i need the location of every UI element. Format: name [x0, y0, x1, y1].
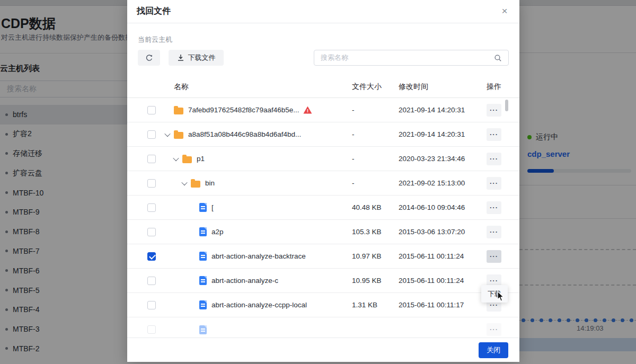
chevron-down-icon[interactable] — [181, 181, 191, 185]
file-mtime: 2015-06-11 00:11:24 — [396, 252, 482, 260]
row-checkbox[interactable] — [147, 301, 156, 309]
row-context-menu: 下载 — [481, 285, 508, 303]
tree-cell: [ — [164, 203, 344, 212]
search-icon[interactable] — [494, 54, 502, 62]
row-more-button[interactable]: ··· — [487, 323, 501, 336]
row-checkbox[interactable] — [147, 130, 156, 139]
file-size: - — [344, 179, 396, 187]
row-more-button[interactable]: ··· — [487, 226, 501, 238]
file-size: - — [344, 106, 396, 114]
tree-cell: abrt-action-analyze-c — [164, 276, 344, 285]
file-mtime: 2014-06-10 09:04:46 — [396, 203, 482, 211]
row-checkbox[interactable] — [147, 252, 156, 261]
file-icon — [199, 203, 207, 212]
row-more-button[interactable]: ··· — [487, 104, 501, 117]
file-size: 40.48 KB — [344, 203, 396, 211]
table-header: 名称 文件大小 修改时间 操作 — [127, 76, 519, 97]
file-mtime: 2021-09-14 14:20:31 — [396, 106, 482, 114]
folder-icon — [191, 181, 200, 188]
download-icon — [177, 54, 184, 61]
file-name: p1 — [197, 155, 205, 163]
file-mtime: 2020-03-23 21:34:46 — [396, 155, 482, 163]
toolbar: 下载文件 搜索名称 — [138, 50, 509, 66]
tree-cell — [164, 325, 344, 334]
modal-header: 找回文件 × — [127, 0, 519, 23]
file-name: bin — [205, 179, 215, 187]
row-more-button[interactable]: ··· — [487, 177, 501, 190]
column-header-size: 文件大小 — [344, 82, 396, 92]
file-name: a2p — [211, 228, 224, 236]
row-more-button[interactable]: ··· — [487, 128, 501, 141]
file-size: 10.95 KB — [344, 277, 396, 285]
file-size: 1.31 KB — [344, 301, 396, 309]
modal-footer: 关闭 — [127, 338, 519, 362]
file-name: [ — [211, 203, 214, 211]
file-mtime: 2015-03-06 13:07:20 — [396, 228, 482, 236]
tree-cell: a2p — [164, 227, 344, 236]
file-name: abrt-action-analyze-ccpp-local — [211, 301, 307, 309]
close-button[interactable]: 关闭 — [479, 342, 508, 358]
tree-cell: abrt-action-analyze-backtrace — [164, 252, 344, 261]
modal-title: 找回文件 — [137, 6, 171, 17]
file-size: - — [344, 155, 396, 163]
tree-cell: p1 — [164, 155, 344, 163]
row-checkbox[interactable] — [147, 155, 156, 163]
recover-files-modal: 找回文件 × 当前云主机 下载文件 搜索名称 — [127, 0, 519, 362]
table-row[interactable]: p1 - 2020-03-23 21:34:46 ··· — [127, 147, 519, 171]
file-size: - — [344, 130, 396, 138]
table-row[interactable]: a8a8f51a08b446c98a8b4d6af4bd... - 2021-0… — [127, 122, 519, 147]
row-more-button[interactable]: ··· — [487, 201, 501, 214]
table-row[interactable]: 7afebd917625482f8c79aaf46b5e... - 2021-0… — [127, 98, 519, 122]
tree-cell: a8a8f51a08b446c98a8b4d6af4bd... — [164, 130, 344, 139]
download-files-button[interactable]: 下载文件 — [169, 50, 224, 66]
file-name: 7afebd917625482f8c79aaf46b5e... — [188, 106, 299, 114]
table-row[interactable]: bin - 2021-09-02 15:13:00 ··· — [127, 171, 519, 196]
screen: CDP数据 对云主机进行持续数据保护产生的备份数据，存放 云主机列表 搜索名称 … — [0, 0, 636, 364]
file-mtime: 2021-09-02 15:13:00 — [396, 179, 482, 187]
file-name: abrt-action-analyze-backtrace — [211, 252, 306, 260]
close-icon[interactable]: × — [498, 5, 511, 17]
download-button-label: 下载文件 — [188, 53, 215, 63]
file-icon — [199, 325, 207, 334]
modal-body: 当前云主机 下载文件 搜索名称 — [127, 23, 519, 338]
tree-cell: bin — [164, 179, 344, 188]
file-icon — [199, 227, 207, 236]
row-checkbox[interactable] — [147, 228, 156, 236]
warning-icon — [303, 106, 312, 114]
row-checkbox[interactable] — [147, 203, 156, 212]
file-mtime: 2021-09-14 14:20:31 — [396, 130, 482, 138]
search-placeholder: 搜索名称 — [321, 53, 494, 63]
row-checkbox[interactable] — [147, 277, 156, 285]
row-checkbox[interactable] — [147, 106, 156, 114]
file-name: abrt-action-analyze-c — [211, 277, 278, 285]
table-rows: 7afebd917625482f8c79aaf46b5e... - 2021-0… — [127, 98, 519, 336]
table-row[interactable]: abrt-action-analyze-ccpp-local 1.31 KB 2… — [127, 293, 519, 317]
row-more-button[interactable]: ··· — [487, 153, 501, 165]
scrollbar-thumb[interactable] — [505, 100, 508, 111]
row-more-button[interactable]: ··· — [487, 250, 501, 263]
search-input[interactable]: 搜索名称 — [314, 50, 509, 66]
row-checkbox[interactable] — [147, 325, 156, 334]
table-row[interactable]: abrt-action-analyze-backtrace 10.97 KB 2… — [127, 244, 519, 269]
folder-icon — [182, 156, 192, 163]
column-header-mtime: 修改时间 — [396, 82, 482, 92]
column-header-action: 操作 — [482, 82, 519, 92]
table-row[interactable]: [ 40.48 KB 2014-06-10 09:04:46 ··· — [127, 196, 519, 220]
tree-cell: abrt-action-analyze-ccpp-local — [164, 300, 344, 309]
folder-icon — [174, 108, 183, 114]
context-menu-download-item[interactable]: 下载 — [488, 289, 501, 299]
chevron-down-icon[interactable] — [173, 157, 182, 161]
file-name: a8a8f51a08b446c98a8b4d6af4bd... — [188, 130, 301, 138]
file-size: 10.97 KB — [344, 252, 396, 260]
file-icon — [199, 252, 207, 261]
tree-cell: 7afebd917625482f8c79aaf46b5e... — [164, 106, 344, 114]
row-checkbox[interactable] — [147, 179, 156, 188]
table-row[interactable]: abrt-action-analyze-c 10.95 KB 2015-06-1… — [127, 269, 519, 293]
refresh-button[interactable] — [138, 50, 160, 66]
file-mtime: 2015-06-11 00:11:24 — [396, 277, 482, 285]
table-row[interactable]: ··· — [127, 317, 519, 336]
table-row[interactable]: a2p 105.3 KB 2015-03-06 13:07:20 ··· — [127, 220, 519, 244]
refresh-icon — [145, 54, 153, 62]
file-mtime: 2015-06-11 00:11:17 — [396, 301, 482, 309]
chevron-down-icon[interactable] — [164, 132, 174, 137]
